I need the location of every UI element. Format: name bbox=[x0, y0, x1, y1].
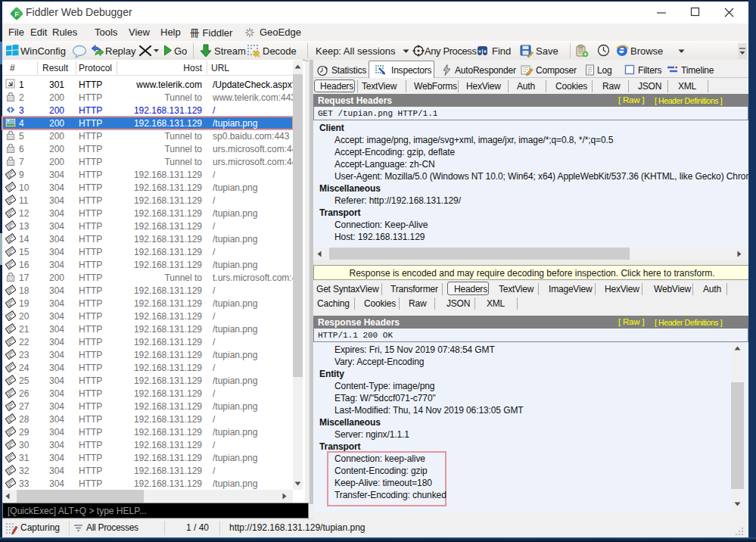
svg-text:F: F bbox=[14, 11, 19, 18]
